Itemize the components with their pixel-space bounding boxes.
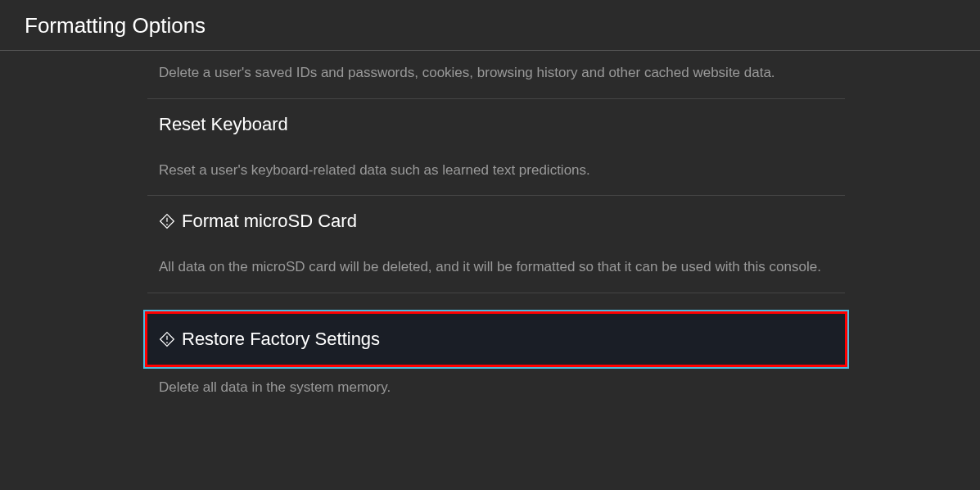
svg-point-3 xyxy=(166,342,168,343)
option-title-label: Format microSD Card xyxy=(182,211,357,232)
option-description-factory: Delete all data in the system memory. xyxy=(147,370,845,413)
option-title-label: Reset Keyboard xyxy=(159,114,288,135)
option-description-microsd: All data on the microSD card will be del… xyxy=(147,247,845,293)
options-list: Delete a user's saved IDs and passwords,… xyxy=(147,51,845,412)
page-title: Formatting Options xyxy=(25,13,955,39)
options-content: Delete a user's saved IDs and passwords,… xyxy=(0,51,980,412)
option-reset-keyboard[interactable]: Reset Keyboard xyxy=(147,99,845,150)
option-title-label: Restore Factory Settings xyxy=(182,329,380,350)
page-header: Formatting Options xyxy=(0,0,980,51)
option-format-microsd[interactable]: Format microSD Card xyxy=(147,196,845,247)
svg-point-1 xyxy=(166,224,168,225)
warning-icon xyxy=(159,213,175,229)
warning-icon xyxy=(159,331,175,347)
option-description-cache: Delete a user's saved IDs and passwords,… xyxy=(147,51,845,99)
option-description-keyboard: Reset a user's keyboard-related data suc… xyxy=(147,150,845,197)
option-restore-factory-settings[interactable]: Restore Factory Settings xyxy=(145,311,847,367)
